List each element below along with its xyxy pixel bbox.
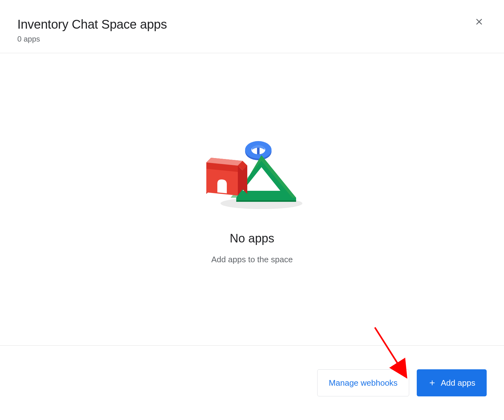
shapes-illustration — [198, 134, 306, 213]
dialog-title: Inventory Chat Space apps — [17, 17, 167, 31]
plus-icon — [428, 379, 436, 387]
header-text: Inventory Chat Space apps 0 apps — [17, 17, 167, 43]
dialog-header: Inventory Chat Space apps 0 apps — [0, 0, 504, 53]
close-button[interactable] — [472, 14, 487, 29]
manage-webhooks-button[interactable]: Manage webhooks — [317, 369, 409, 396]
add-apps-label: Add apps — [441, 378, 475, 388]
close-icon — [474, 17, 484, 27]
manage-webhooks-label: Manage webhooks — [329, 378, 398, 388]
empty-state-title: No apps — [230, 232, 274, 245]
dialog-footer: Manage webhooks Add apps — [0, 345, 504, 420]
add-apps-button[interactable]: Add apps — [417, 369, 487, 396]
empty-state-subtitle: Add apps to the space — [211, 255, 293, 264]
apps-dialog: Inventory Chat Space apps 0 apps — [0, 0, 504, 420]
apps-count: 0 apps — [17, 35, 167, 43]
empty-state: No apps Add apps to the space — [0, 53, 504, 345]
